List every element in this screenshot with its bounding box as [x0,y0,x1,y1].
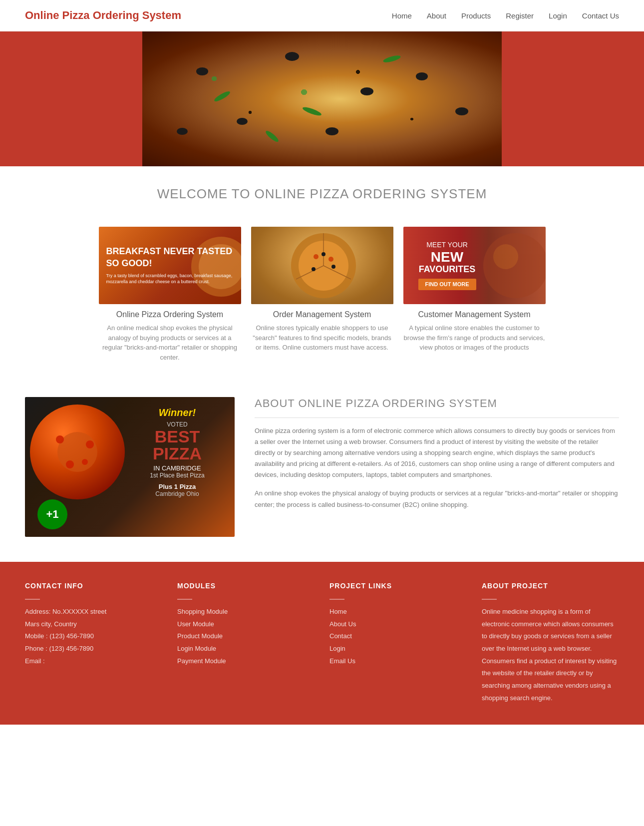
project-links-heading: PROJECT LINKS [329,582,467,590]
module-login[interactable]: Login Module [177,643,315,655]
welcome-heading: WELCOME TO ONLINE PIZZA ORDERING SYSTEM [10,186,634,202]
plus1-badge: +1 [37,499,67,529]
logo: Online Pizza Ordering System [25,9,181,22]
contact-address: Address: No.XXXXXX street [25,606,162,618]
footer: CONTACT INFO Address: No.XXXXXX street M… [0,562,644,725]
card-3-image: MEET YOUR NEW FAVOURITES FIND OUT MORE [403,227,546,304]
svg-point-21 [322,252,325,256]
module-payment[interactable]: Payment Module [177,655,315,668]
cards-row: BREAKFAST NEVER TASTED SO GOOD! Try a ta… [0,227,644,382]
about-image: Winner! VOTED BEST PIZZA IN CAMBRIDGE 1s… [25,397,235,537]
nav-about[interactable]: About [427,11,446,20]
card-3-title: Customer Management System [403,310,546,319]
svg-point-23 [331,265,335,269]
modules-heading: MODULES [177,582,315,590]
favourites-label: FAVOURITES [418,264,476,275]
svg-point-19 [314,254,319,259]
project-link-contact[interactable]: Contact [329,630,467,643]
pizza-toppings [142,31,502,166]
modules-divider [177,599,192,600]
project-link-about[interactable]: About Us [329,618,467,631]
welcome-section: WELCOME TO ONLINE PIZZA ORDERING SYSTEM [0,166,644,227]
svg-point-28 [86,440,94,448]
card-2-image [251,227,393,304]
card-1: BREAKFAST NEVER TASTED SO GOOD! Try a ta… [99,227,241,362]
place-label: 1st Place Best Pizza [127,472,227,479]
winner-text: Winner! [127,407,227,418]
contact-email: Email : [25,655,162,668]
footer-modules: MODULES Shopping Module User Module Prod… [177,582,315,705]
best-label: BEST [127,428,227,445]
card-2-img-bg [251,227,393,304]
about-project-heading: ABOUT PROJECT [482,582,619,590]
card-3: MEET YOUR NEW FAVOURITES FIND OUT MORE C… [403,227,546,362]
about-heading: ABOUT ONLINE PIZZA ORDERING SYSTEM [255,397,619,418]
svg-point-24 [483,233,546,298]
about-text: ABOUT ONLINE PIZZA ORDERING SYSTEM Onlin… [255,397,619,518]
card-1-img-text: BREAKFAST NEVER TASTED SO GOOD! Try a ta… [99,238,241,292]
contact-phone: Phone : (123) 456-7890 [25,643,162,655]
nav-contact[interactable]: Contact Us [582,11,619,20]
about-paragraph-1: Online pizza ordering system is a form o… [255,425,619,480]
hero-section [0,31,644,166]
card-3-desc: A typical online store enables the custo… [403,323,546,353]
pizza-big-label: PIZZA [127,445,227,462]
about-project-divider [482,599,497,600]
module-product[interactable]: Product Module [177,630,315,643]
card-1-desc: An online medical shop evokes the physic… [99,323,241,362]
card-2-title: Order Management System [251,310,393,319]
svg-point-22 [312,267,316,271]
card-2: Order Management System Online stores ty… [251,227,393,362]
module-user[interactable]: User Module [177,618,315,631]
new-label: NEW [418,250,476,264]
about-section: Winner! VOTED BEST PIZZA IN CAMBRIDGE 1s… [0,382,644,562]
about-project-text: Online medicine shopping is a form of el… [482,606,619,705]
nav-products[interactable]: Products [461,11,491,20]
meet-label: MEET YOUR [418,241,476,249]
footer-grid: CONTACT INFO Address: No.XXXXXX street M… [25,582,619,705]
brand-label: Plus 1 Pizza [127,483,227,490]
city-label: Cambridge Ohio [127,490,227,497]
project-link-home[interactable]: Home [329,606,467,618]
card-2-desc: Online stores typically enable shoppers … [251,323,393,353]
nav-register[interactable]: Register [506,11,534,20]
project-link-email[interactable]: Email Us [329,655,467,668]
footer-about-project: ABOUT PROJECT Online medicine shopping i… [482,582,619,705]
hero-image [142,31,502,166]
find-out-button[interactable]: FIND OUT MORE [418,279,476,290]
about-pizza-svg [30,405,125,499]
card-2-pizza-svg [251,227,393,304]
nav-home[interactable]: Home [392,11,412,20]
card-1-image: BREAKFAST NEVER TASTED SO GOOD! Try a ta… [99,227,241,304]
contact-divider [25,599,40,600]
footer-project-links: PROJECT LINKS Home About Us Contact Logi… [329,582,467,705]
header: Online Pizza Ordering System Home About … [0,0,644,31]
project-links-divider [329,599,344,600]
module-shopping[interactable]: Shopping Module [177,606,315,618]
main-nav: Home About Products Register Login Conta… [392,11,619,20]
contact-heading: CONTACT INFO [25,582,162,590]
card-1-img-bg: BREAKFAST NEVER TASTED SO GOOD! Try a ta… [99,227,241,304]
about-paragraph-2: An online shop evokes the physical analo… [255,488,619,510]
project-link-login[interactable]: Login [329,643,467,655]
voted-panel: Winner! VOTED BEST PIZZA IN CAMBRIDGE 1s… [127,407,227,497]
svg-point-30 [82,459,88,465]
card-3-img-bg: MEET YOUR NEW FAVOURITES FIND OUT MORE [403,227,546,304]
svg-point-29 [66,460,74,468]
meet-fav-text: MEET YOUR NEW FAVOURITES FIND OUT MORE [411,233,484,298]
svg-point-27 [56,435,64,443]
contact-mobile: Mobile : (123) 456-7890 [25,630,162,643]
footer-contact: CONTACT INFO Address: No.XXXXXX street M… [25,582,162,705]
card-1-title: Online Pizza Ordering System [99,310,241,319]
svg-point-25 [493,244,518,269]
svg-point-20 [328,257,333,262]
about-pizza-circle [30,405,125,499]
contact-city: Mars city, Country [25,618,162,631]
nav-login[interactable]: Login [549,11,567,20]
in-cambridge-label: IN CAMBRIDGE [127,464,227,472]
